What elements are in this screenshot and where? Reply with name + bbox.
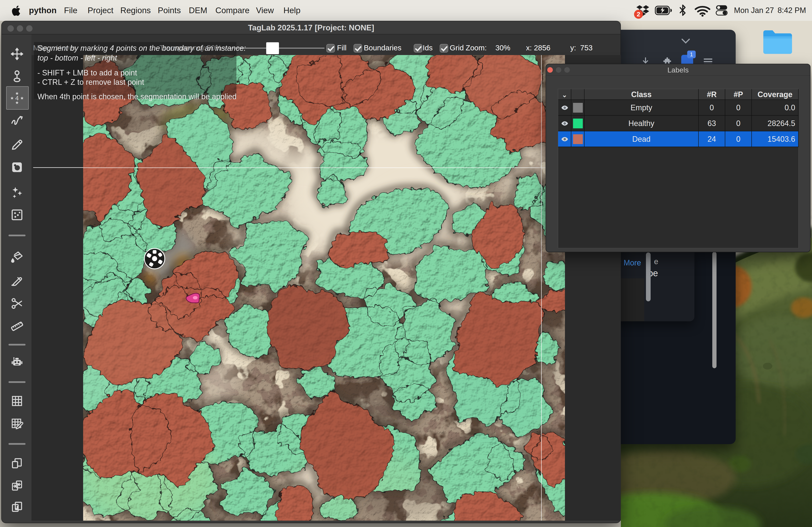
svg-text:4: 4 xyxy=(15,94,19,102)
